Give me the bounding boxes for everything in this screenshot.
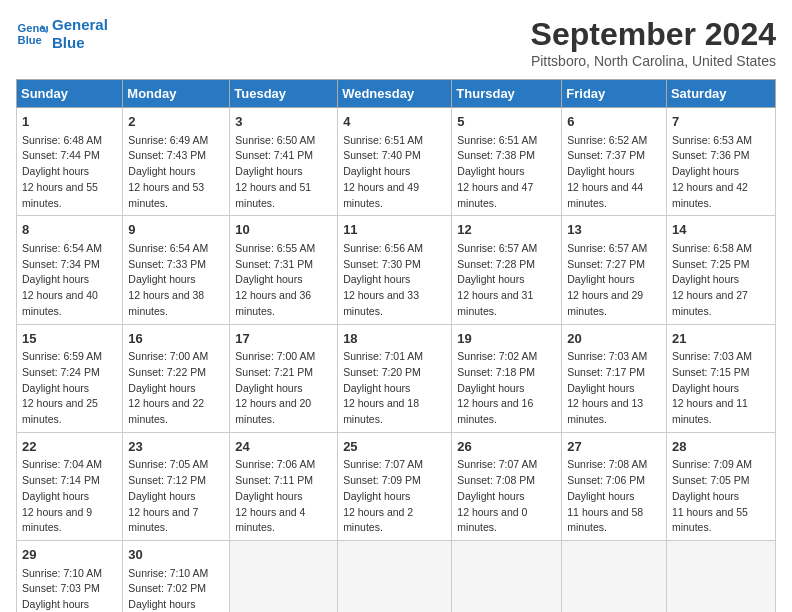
daylight-hours: 12 hours and 25 minutes. (22, 397, 98, 425)
sunset: Sunset: 7:20 PM (343, 366, 421, 378)
day-number: 6 (567, 112, 661, 132)
sunset: Sunset: 7:02 PM (128, 582, 206, 594)
calendar-cell: 17Sunrise: 7:00 AMSunset: 7:21 PMDayligh… (230, 324, 338, 432)
sunrise: Sunrise: 6:51 AM (457, 134, 537, 146)
daylight-label: Daylight hours (457, 273, 524, 285)
daylight-hours: 12 hours and 44 minutes. (567, 181, 643, 209)
daylight-label: Daylight hours (22, 598, 89, 610)
daylight-label: Daylight hours (567, 382, 634, 394)
day-number: 3 (235, 112, 332, 132)
calendar-table: SundayMondayTuesdayWednesdayThursdayFrid… (16, 79, 776, 612)
calendar-cell: 21Sunrise: 7:03 AMSunset: 7:15 PMDayligh… (666, 324, 775, 432)
sunrise: Sunrise: 7:08 AM (567, 458, 647, 470)
daylight-label: Daylight hours (235, 490, 302, 502)
sunset: Sunset: 7:30 PM (343, 258, 421, 270)
sunrise: Sunrise: 7:03 AM (672, 350, 752, 362)
daylight-label: Daylight hours (567, 165, 634, 177)
calendar-cell: 1Sunrise: 6:48 AMSunset: 7:44 PMDaylight… (17, 108, 123, 216)
svg-text:Blue: Blue (18, 34, 42, 46)
calendar-cell: 6Sunrise: 6:52 AMSunset: 7:37 PMDaylight… (562, 108, 667, 216)
sunrise: Sunrise: 7:04 AM (22, 458, 102, 470)
daylight-label: Daylight hours (128, 490, 195, 502)
calendar-cell: 5Sunrise: 6:51 AMSunset: 7:38 PMDaylight… (452, 108, 562, 216)
daylight-label: Daylight hours (343, 382, 410, 394)
calendar-body: 1Sunrise: 6:48 AMSunset: 7:44 PMDaylight… (17, 108, 776, 613)
sunset: Sunset: 7:03 PM (22, 582, 100, 594)
sunset: Sunset: 7:22 PM (128, 366, 206, 378)
day-number: 8 (22, 220, 117, 240)
calendar-cell (452, 541, 562, 613)
sunset: Sunset: 7:33 PM (128, 258, 206, 270)
sunrise: Sunrise: 6:52 AM (567, 134, 647, 146)
daylight-hours: 12 hours and 51 minutes. (235, 181, 311, 209)
daylight-label: Daylight hours (672, 490, 739, 502)
week-row-5: 29Sunrise: 7:10 AMSunset: 7:03 PMDayligh… (17, 541, 776, 613)
daylight-label: Daylight hours (343, 165, 410, 177)
day-number: 24 (235, 437, 332, 457)
sunset: Sunset: 7:44 PM (22, 149, 100, 161)
day-number: 25 (343, 437, 446, 457)
sunrise: Sunrise: 6:54 AM (128, 242, 208, 254)
sunset: Sunset: 7:11 PM (235, 474, 313, 486)
calendar-cell: 19Sunrise: 7:02 AMSunset: 7:18 PMDayligh… (452, 324, 562, 432)
daylight-hours: 12 hours and 33 minutes. (343, 289, 419, 317)
daylight-hours: 12 hours and 55 minutes. (22, 181, 98, 209)
calendar-cell: 27Sunrise: 7:08 AMSunset: 7:06 PMDayligh… (562, 432, 667, 540)
daylight-label: Daylight hours (672, 382, 739, 394)
sunset: Sunset: 7:36 PM (672, 149, 750, 161)
sunrise: Sunrise: 6:53 AM (672, 134, 752, 146)
sunrise: Sunrise: 6:57 AM (567, 242, 647, 254)
day-header-wednesday: Wednesday (338, 80, 452, 108)
daylight-label: Daylight hours (457, 382, 524, 394)
sunset: Sunset: 7:28 PM (457, 258, 535, 270)
calendar-cell: 30Sunrise: 7:10 AMSunset: 7:02 PMDayligh… (123, 541, 230, 613)
day-header-sunday: Sunday (17, 80, 123, 108)
sunset: Sunset: 7:40 PM (343, 149, 421, 161)
daylight-hours: 12 hours and 27 minutes. (672, 289, 748, 317)
calendar-cell: 14Sunrise: 6:58 AMSunset: 7:25 PMDayligh… (666, 216, 775, 324)
daylight-hours: 12 hours and 7 minutes. (128, 506, 198, 534)
calendar-cell: 16Sunrise: 7:00 AMSunset: 7:22 PMDayligh… (123, 324, 230, 432)
sunset: Sunset: 7:05 PM (672, 474, 750, 486)
calendar-cell: 18Sunrise: 7:01 AMSunset: 7:20 PMDayligh… (338, 324, 452, 432)
daylight-label: Daylight hours (22, 165, 89, 177)
day-number: 9 (128, 220, 224, 240)
daylight-hours: 12 hours and 47 minutes. (457, 181, 533, 209)
sunset: Sunset: 7:21 PM (235, 366, 313, 378)
sunrise: Sunrise: 7:07 AM (457, 458, 537, 470)
sunset: Sunset: 7:31 PM (235, 258, 313, 270)
week-row-1: 1Sunrise: 6:48 AMSunset: 7:44 PMDaylight… (17, 108, 776, 216)
daylight-label: Daylight hours (235, 273, 302, 285)
sunset: Sunset: 7:37 PM (567, 149, 645, 161)
daylight-hours: 12 hours and 13 minutes. (567, 397, 643, 425)
daylight-label: Daylight hours (567, 490, 634, 502)
daylight-label: Daylight hours (128, 273, 195, 285)
logo-line1: General (52, 16, 108, 34)
logo-line2: Blue (52, 34, 108, 52)
sunset: Sunset: 7:34 PM (22, 258, 100, 270)
sunrise: Sunrise: 7:01 AM (343, 350, 423, 362)
day-header-thursday: Thursday (452, 80, 562, 108)
sunrise: Sunrise: 7:10 AM (128, 567, 208, 579)
daylight-hours: 12 hours and 9 minutes. (22, 506, 92, 534)
sunrise: Sunrise: 7:09 AM (672, 458, 752, 470)
week-row-2: 8Sunrise: 6:54 AMSunset: 7:34 PMDaylight… (17, 216, 776, 324)
sunset: Sunset: 7:09 PM (343, 474, 421, 486)
calendar-header-row: SundayMondayTuesdayWednesdayThursdayFrid… (17, 80, 776, 108)
daylight-hours: 12 hours and 16 minutes. (457, 397, 533, 425)
daylight-hours: 12 hours and 0 minutes. (457, 506, 527, 534)
daylight-hours: 12 hours and 53 minutes. (128, 181, 204, 209)
sunrise: Sunrise: 7:07 AM (343, 458, 423, 470)
daylight-label: Daylight hours (128, 382, 195, 394)
day-number: 4 (343, 112, 446, 132)
calendar-cell: 2Sunrise: 6:49 AMSunset: 7:43 PMDaylight… (123, 108, 230, 216)
daylight-label: Daylight hours (128, 598, 195, 610)
logo: General Blue General Blue (16, 16, 108, 52)
calendar-cell: 9Sunrise: 6:54 AMSunset: 7:33 PMDaylight… (123, 216, 230, 324)
sunrise: Sunrise: 6:57 AM (457, 242, 537, 254)
daylight-label: Daylight hours (235, 382, 302, 394)
sunset: Sunset: 7:06 PM (567, 474, 645, 486)
daylight-label: Daylight hours (457, 165, 524, 177)
day-number: 2 (128, 112, 224, 132)
daylight-label: Daylight hours (457, 490, 524, 502)
